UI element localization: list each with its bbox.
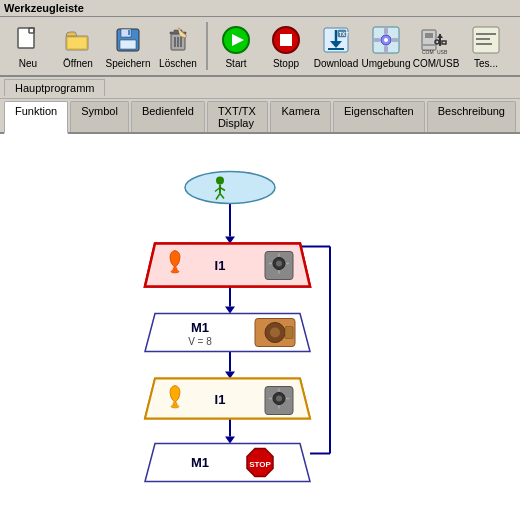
test-button[interactable]: Tes...	[462, 20, 510, 72]
download-icon: TXT	[320, 24, 352, 56]
stopp-label: Stopp	[273, 58, 299, 69]
svg-rect-27	[384, 46, 388, 52]
svg-point-84	[171, 405, 179, 408]
speichern-button[interactable]: Speichern	[104, 20, 152, 72]
neu-label: Neu	[19, 58, 37, 69]
svg-point-35	[435, 40, 439, 44]
svg-point-69	[276, 261, 282, 267]
download-label: Download	[314, 58, 358, 69]
svg-marker-34	[437, 34, 443, 38]
breadcrumb-tab[interactable]: Hauptprogramm	[4, 79, 105, 96]
svg-text:I1: I1	[215, 392, 226, 407]
svg-marker-50	[225, 437, 235, 444]
title-label: Werkzeugleiste	[4, 2, 84, 14]
breadcrumb-label: Hauptprogramm	[15, 82, 94, 94]
svg-point-88	[276, 396, 282, 402]
stopp-button[interactable]: Stopp	[262, 20, 310, 72]
comusb-button[interactable]: COM USB COM/USB	[412, 20, 460, 72]
svg-text:TXT: TXT	[339, 31, 348, 37]
tab-funktion[interactable]: Funktion	[4, 101, 68, 134]
download-button[interactable]: TXT Download	[312, 20, 360, 72]
title-bar: Werkzeugleiste	[0, 0, 520, 17]
test-icon	[470, 24, 502, 56]
svg-point-55	[185, 172, 275, 204]
svg-rect-31	[425, 33, 433, 38]
toolbar: Neu Öffnen Speichern	[0, 17, 520, 77]
neu-button[interactable]: Neu	[4, 20, 52, 72]
flowchart-svg: I1 M1 V = 8	[0, 134, 520, 505]
svg-rect-80	[285, 327, 293, 339]
save-icon	[112, 24, 144, 56]
svg-text:V = 8: V = 8	[188, 336, 212, 347]
test-label: Tes...	[474, 58, 498, 69]
start-label: Start	[225, 58, 246, 69]
new-icon	[12, 24, 44, 56]
svg-rect-32	[423, 44, 435, 46]
svg-text:STOP: STOP	[249, 460, 271, 469]
start-icon	[220, 24, 252, 56]
tab-beschreibung[interactable]: Beschreibung	[427, 101, 516, 132]
tab-symbol[interactable]: Symbol	[70, 101, 129, 132]
breadcrumb-bar: Hauptprogramm	[0, 77, 520, 99]
svg-rect-28	[374, 38, 380, 42]
svg-rect-4	[68, 38, 86, 48]
comusb-icon: COM USB	[420, 24, 452, 56]
start-button[interactable]: Start	[212, 20, 260, 72]
svg-rect-39	[473, 27, 499, 53]
stop-icon	[270, 24, 302, 56]
loeschen-button[interactable]: Löschen	[154, 20, 202, 72]
svg-rect-8	[128, 30, 130, 35]
svg-rect-16	[280, 34, 292, 46]
svg-point-65	[171, 270, 179, 273]
svg-point-25	[384, 38, 388, 42]
delete-icon	[162, 24, 194, 56]
svg-text:M1: M1	[191, 320, 209, 335]
comusb-label: COM/USB	[413, 58, 460, 69]
tab-txttx[interactable]: TXT/TX Display	[207, 101, 269, 132]
tab-kamera[interactable]: Kamera	[270, 101, 331, 132]
oeffnen-label: Öffnen	[63, 58, 93, 69]
separator-1	[206, 22, 208, 70]
loeschen-label: Löschen	[159, 58, 197, 69]
svg-marker-93	[145, 444, 310, 482]
svg-text:COM: COM	[422, 49, 434, 55]
tabs-bar: Funktion Symbol Bedienfeld TXT/TX Displa…	[0, 99, 520, 134]
oeffnen-button[interactable]: Öffnen	[54, 20, 102, 72]
svg-text:USB: USB	[437, 49, 448, 55]
tab-eigenschaften[interactable]: Eigenschaften	[333, 101, 425, 132]
svg-point-56	[216, 177, 224, 185]
svg-marker-46	[225, 307, 235, 314]
svg-rect-36	[442, 41, 446, 44]
svg-rect-29	[392, 38, 398, 42]
folder-icon	[62, 24, 94, 56]
svg-rect-26	[384, 28, 388, 34]
tab-bedienfeld[interactable]: Bedienfeld	[131, 101, 205, 132]
svg-text:I1: I1	[215, 258, 226, 273]
svg-marker-48	[225, 372, 235, 379]
svg-rect-0	[18, 28, 34, 48]
settings-icon	[370, 24, 402, 56]
svg-point-79	[270, 328, 280, 338]
umgebung-label: Umgebung	[362, 58, 411, 69]
canvas-area: I1 M1 V = 8	[0, 134, 520, 505]
svg-text:M1: M1	[191, 455, 209, 470]
speichern-label: Speichern	[105, 58, 150, 69]
umgebung-button[interactable]: Umgebung	[362, 20, 410, 72]
svg-rect-7	[120, 40, 136, 49]
